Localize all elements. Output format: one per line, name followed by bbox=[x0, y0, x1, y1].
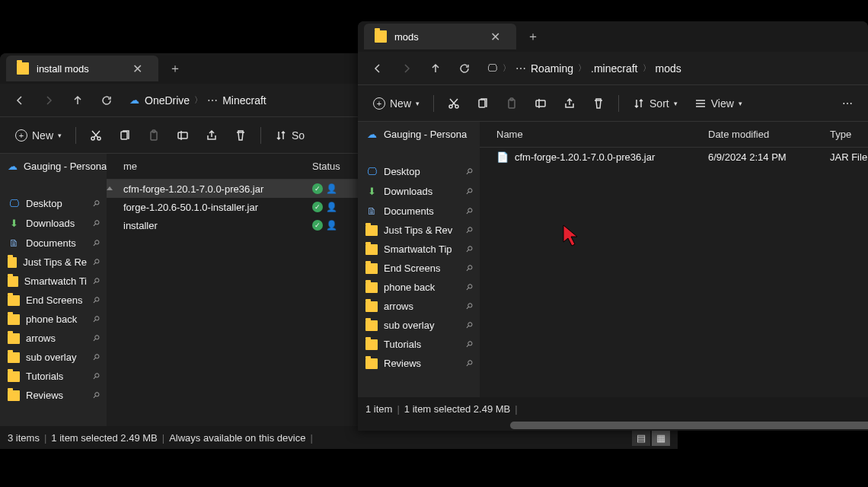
pin-icon: ⚲ bbox=[464, 320, 475, 331]
more-icon[interactable]: ⋯ bbox=[515, 62, 526, 75]
cut-button[interactable] bbox=[82, 123, 110, 148]
file-name: forge-1.20.6-50.1.0-installer.jar bbox=[123, 202, 258, 213]
divider bbox=[618, 95, 619, 112]
rename-button[interactable] bbox=[527, 91, 554, 116]
sidebar-item[interactable]: phone back⚲ bbox=[358, 278, 480, 297]
pin-icon: ⚲ bbox=[91, 275, 102, 287]
new-button[interactable]: +New▾ bbox=[8, 123, 69, 148]
up-button[interactable] bbox=[65, 88, 90, 113]
sidebar-item-label: Desktop bbox=[26, 198, 62, 209]
sidebar-item[interactable]: arrows⚲ bbox=[358, 297, 480, 316]
delete-button[interactable] bbox=[227, 123, 254, 148]
column-headers[interactable]: Name Date modified Type bbox=[480, 122, 868, 148]
sidebar-item[interactable]: sub overlay⚲ bbox=[358, 316, 480, 335]
back-button[interactable] bbox=[8, 88, 32, 113]
forward-button[interactable] bbox=[394, 56, 419, 81]
pin-icon: ⚲ bbox=[91, 352, 102, 363]
forward-button[interactable] bbox=[37, 88, 61, 113]
file-list-pane: Name Date modified Type 📄cfm-forge-1.20.… bbox=[480, 122, 868, 397]
sidebar[interactable]: ☁Gauging - Persona 🖵Desktop⚲⬇Downloads⚲🗎… bbox=[0, 154, 107, 426]
close-tab-button[interactable]: ✕ bbox=[126, 58, 148, 79]
copy-button[interactable] bbox=[111, 123, 139, 148]
sidebar-item[interactable]: Just Tips & Re⚲ bbox=[0, 253, 107, 272]
more-button[interactable]: ⋯ bbox=[834, 91, 860, 116]
col-status[interactable]: Status bbox=[312, 161, 358, 172]
share-button[interactable] bbox=[198, 123, 225, 148]
refresh-button[interactable] bbox=[94, 88, 119, 113]
sidebar[interactable]: ☁Gauging - Persona 🖵Desktop⚲⬇Downloads⚲🗎… bbox=[358, 122, 480, 397]
pin-icon: ⚲ bbox=[91, 237, 102, 249]
explorer-window-mods: mods ✕ ＋ 🖵 〉 ⋯ Roaming 〉 .minecraft 〉 mo… bbox=[358, 21, 868, 431]
sidebar-current[interactable]: ☁Gauging - Persona bbox=[0, 154, 107, 178]
sidebar-item[interactable]: Smartwatch Ti⚲ bbox=[0, 272, 107, 291]
paste-button[interactable] bbox=[498, 91, 525, 116]
view-button[interactable]: View▾ bbox=[687, 91, 750, 116]
col-type[interactable]: Type bbox=[830, 129, 868, 140]
tab-title: install mods bbox=[37, 63, 119, 75]
col-date[interactable]: Date modified bbox=[708, 129, 830, 140]
col-name[interactable]: me bbox=[107, 161, 312, 172]
tab-title: mods bbox=[394, 31, 477, 43]
person-icon: 👤 bbox=[326, 220, 337, 231]
breadcrumb[interactable]: ☁ OneDrive 〉 ⋯ Minecraft bbox=[128, 94, 266, 107]
sidebar-item[interactable]: Reviews⚲ bbox=[358, 354, 480, 373]
sidebar-current[interactable]: ☁Gauging - Persona bbox=[358, 122, 480, 146]
sidebar-item[interactable]: Tutorials⚲ bbox=[0, 367, 107, 386]
sidebar-item[interactable]: sub overlay⚲ bbox=[0, 348, 107, 367]
sidebar-item[interactable]: End Screens⚲ bbox=[358, 259, 480, 278]
rename-button[interactable] bbox=[169, 123, 196, 148]
crumb-mods[interactable]: mods bbox=[656, 62, 681, 75]
new-tab-button[interactable]: ＋ bbox=[522, 26, 544, 47]
sidebar-item[interactable]: 🗎Documents⚲ bbox=[358, 201, 480, 221]
pin-icon: ⚲ bbox=[464, 301, 475, 312]
up-button[interactable] bbox=[423, 56, 448, 81]
file-name: cfm-forge-1.20.1-7.0.0-pre36.jar bbox=[515, 151, 655, 163]
paste-button[interactable] bbox=[140, 123, 168, 148]
sort-button[interactable]: So bbox=[267, 123, 312, 148]
share-button[interactable] bbox=[556, 91, 583, 116]
nav-bar: 🖵 〉 ⋯ Roaming 〉 .minecraft 〉 mods bbox=[358, 52, 868, 85]
more-icon[interactable]: ⋯ bbox=[207, 94, 218, 107]
crumb-minecraft[interactable]: Minecraft bbox=[222, 94, 266, 107]
view-details-button[interactable]: ▤ bbox=[632, 429, 650, 446]
breadcrumb[interactable]: 🖵 〉 ⋯ Roaming 〉 .minecraft 〉 mods bbox=[486, 62, 681, 75]
cut-button[interactable] bbox=[440, 91, 468, 116]
sidebar-item[interactable]: phone back⚲ bbox=[0, 310, 107, 329]
sidebar-item[interactable]: 🖵Desktop⚲ bbox=[0, 193, 107, 213]
copy-button[interactable] bbox=[469, 91, 496, 116]
sidebar-item[interactable]: 🗎Documents⚲ bbox=[0, 233, 107, 253]
sidebar-item[interactable]: Smartwatch Tip⚲ bbox=[358, 240, 480, 259]
sidebar-item[interactable]: Tutorials⚲ bbox=[358, 335, 480, 354]
sidebar-item[interactable]: Just Tips & Rev⚲ bbox=[358, 221, 480, 240]
crumb-roaming[interactable]: Roaming bbox=[531, 62, 573, 75]
tab-install-mods[interactable]: install mods ✕ bbox=[6, 56, 158, 81]
horizontal-scrollbar[interactable] bbox=[358, 420, 868, 431]
sidebar-item[interactable]: Reviews⚲ bbox=[0, 386, 107, 405]
pin-icon: ⚲ bbox=[91, 198, 102, 209]
person-icon: 👤 bbox=[326, 183, 337, 194]
new-tab-button[interactable]: ＋ bbox=[164, 58, 186, 79]
tab-mods[interactable]: mods ✕ bbox=[364, 24, 516, 49]
sort-button[interactable]: Sort▾ bbox=[625, 91, 685, 116]
file-name: installer bbox=[123, 220, 158, 231]
crumb-minecraft-dir[interactable]: .minecraft bbox=[591, 62, 637, 75]
new-button[interactable]: +New▾ bbox=[365, 91, 427, 116]
sidebar-item[interactable]: 🖵Desktop⚲ bbox=[358, 161, 480, 181]
sidebar-item[interactable]: ⬇Downloads⚲ bbox=[0, 213, 107, 233]
refresh-button[interactable] bbox=[452, 56, 477, 81]
back-button[interactable] bbox=[365, 56, 390, 81]
delete-button[interactable] bbox=[585, 91, 612, 116]
file-row[interactable]: 📄cfm-forge-1.20.1-7.0.0-pre36.jar6/9/202… bbox=[480, 148, 868, 166]
view-icons-button[interactable]: ▦ bbox=[652, 429, 670, 446]
pin-icon: ⚲ bbox=[91, 256, 102, 268]
sidebar-item[interactable]: End Screens⚲ bbox=[0, 291, 107, 310]
sidebar-item[interactable]: ⬇Downloads⚲ bbox=[358, 181, 480, 201]
sidebar-item-label: Downloads bbox=[26, 218, 75, 229]
sidebar-item[interactable]: arrows⚲ bbox=[0, 329, 107, 348]
close-tab-button[interactable]: ✕ bbox=[484, 26, 506, 47]
col-name[interactable]: Name bbox=[480, 129, 708, 140]
sync-icon: ✓ bbox=[312, 183, 323, 194]
crumb-onedrive[interactable]: OneDrive bbox=[145, 94, 190, 107]
sidebar-item-label: phone back bbox=[26, 314, 77, 325]
cloud-icon: ☁ bbox=[128, 94, 140, 107]
